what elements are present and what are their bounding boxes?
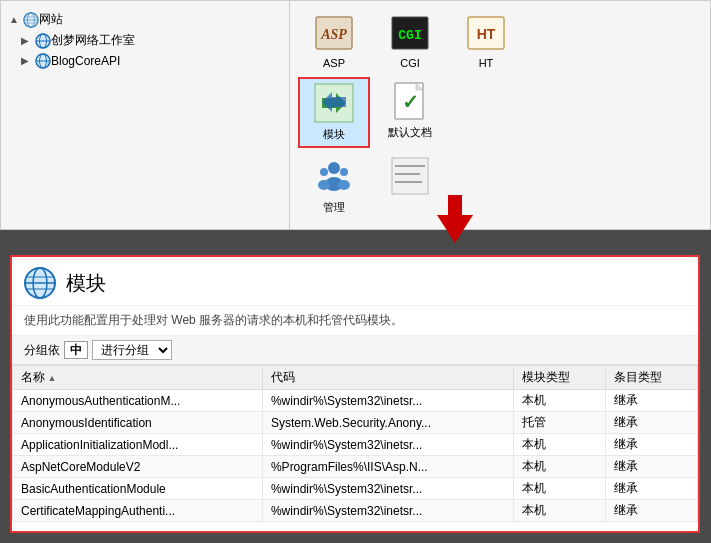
cell-entry_type: 继承 bbox=[605, 412, 697, 434]
grouping-char: 中 bbox=[70, 342, 82, 359]
cell-module_type: 本机 bbox=[513, 478, 605, 500]
module-icon-label: 模块 bbox=[323, 127, 345, 142]
icon-default-doc[interactable]: ✓ 默认文档 bbox=[374, 77, 446, 148]
arrow-head bbox=[437, 215, 473, 243]
cell-module_type: 本机 bbox=[513, 390, 605, 412]
tree-panel: ▲ 网站 ▶ bbox=[0, 0, 290, 230]
cell-module_type: 本机 bbox=[513, 434, 605, 456]
cell-name: BasicAuthenticationModule bbox=[13, 478, 263, 500]
cell-module_type: 本机 bbox=[513, 500, 605, 522]
svg-point-29 bbox=[318, 180, 330, 190]
tree-child1-expand: ▶ bbox=[21, 35, 33, 47]
svg-point-5 bbox=[24, 13, 38, 27]
tree-child-2[interactable]: ▶ BlogCoreAPI bbox=[17, 51, 285, 71]
col-module-type: 模块类型 bbox=[513, 366, 605, 390]
cell-code: %windir%\System32\inetsr... bbox=[262, 478, 513, 500]
tree-root[interactable]: ▲ 网站 bbox=[5, 9, 285, 30]
tree-child2-label: BlogCoreAPI bbox=[51, 54, 120, 68]
svg-point-30 bbox=[340, 168, 348, 176]
table-row[interactable]: AspNetCoreModuleV2%ProgramFiles%\IIS\Asp… bbox=[13, 456, 698, 478]
manage-icon-label: 管理 bbox=[323, 200, 345, 215]
cell-code: %windir%\System32\inetsr... bbox=[262, 500, 513, 522]
cell-module_type: 本机 bbox=[513, 456, 605, 478]
tree-root-icon bbox=[23, 12, 39, 28]
arrow-container bbox=[437, 195, 473, 243]
svg-point-28 bbox=[320, 168, 328, 176]
tree-child-1[interactable]: ▶ 创梦网络工作室 bbox=[17, 30, 285, 51]
cell-name: AspNetCoreModuleV2 bbox=[13, 456, 263, 478]
bottom-title: 模块 bbox=[66, 270, 106, 297]
cell-entry_type: 继承 bbox=[605, 434, 697, 456]
asp-icon-img: ASP bbox=[314, 13, 354, 53]
ht-icon-label: HT bbox=[479, 57, 494, 69]
bottom-section: 模块 使用此功能配置用于处理对 Web 服务器的请求的本机和托管代码模块。 分组… bbox=[10, 255, 700, 533]
cgi-icon-img: CGI bbox=[390, 13, 430, 53]
icon-cgi[interactable]: CGI CGI bbox=[374, 9, 446, 73]
tree-child2-expand: ▶ bbox=[21, 55, 33, 67]
grouping-char-box: 中 bbox=[64, 341, 88, 359]
cell-entry_type: 继承 bbox=[605, 478, 697, 500]
cell-module_type: 托管 bbox=[513, 412, 605, 434]
table-row[interactable]: AnonymousIdentificationSystem.Web.Securi… bbox=[13, 412, 698, 434]
icon-manage[interactable]: 管理 bbox=[298, 152, 370, 219]
col-name[interactable]: 名称 bbox=[13, 366, 263, 390]
svg-point-26 bbox=[328, 162, 340, 174]
manage-icon-img bbox=[314, 156, 354, 196]
icons-panel: ASP ASP CGI CGI bbox=[290, 0, 711, 230]
svg-text:CGI: CGI bbox=[398, 28, 421, 43]
bottom-description: 使用此功能配置用于处理对 Web 服务器的请求的本机和托管代码模块。 bbox=[12, 306, 698, 336]
cell-code: System.Web.Security.Anony... bbox=[262, 412, 513, 434]
svg-text:✓: ✓ bbox=[402, 91, 419, 113]
partial-icon-img bbox=[390, 156, 430, 196]
grouping-select[interactable]: 进行分组 bbox=[92, 340, 172, 360]
arrow-shaft bbox=[448, 195, 462, 215]
cell-entry_type: 继承 bbox=[605, 390, 697, 412]
bottom-header: 模块 bbox=[12, 257, 698, 306]
grouping-bar: 分组依 中 进行分组 bbox=[12, 336, 698, 365]
tree-child1-label: 创梦网络工作室 bbox=[51, 32, 135, 49]
cell-name: AnonymousIdentification bbox=[13, 412, 263, 434]
cell-entry_type: 继承 bbox=[605, 456, 697, 478]
tree-child2-icon bbox=[35, 53, 51, 69]
table-row[interactable]: BasicAuthenticationModule%windir%\System… bbox=[13, 478, 698, 500]
top-section: ▲ 网站 ▶ bbox=[0, 0, 711, 230]
col-entry-type: 条目类型 bbox=[605, 366, 697, 390]
cell-code: %ProgramFiles%\IIS\Asp.N... bbox=[262, 456, 513, 478]
table-row[interactable]: ApplicationInitializationModl...%windir%… bbox=[13, 434, 698, 456]
icon-module[interactable]: 模块 bbox=[298, 77, 370, 148]
cell-name: ApplicationInitializationModl... bbox=[13, 434, 263, 456]
svg-rect-32 bbox=[392, 158, 428, 194]
icons-grid: ASP ASP CGI CGI bbox=[298, 9, 702, 73]
tree-child1-icon bbox=[35, 33, 51, 49]
default-doc-icon-label: 默认文档 bbox=[388, 125, 432, 140]
icon-asp[interactable]: ASP ASP bbox=[298, 9, 370, 73]
icon-ht[interactable]: HT HT bbox=[450, 9, 522, 73]
cell-name: AnonymousAuthenticationM... bbox=[13, 390, 263, 412]
asp-icon-label: ASP bbox=[323, 57, 345, 69]
table-row[interactable]: AnonymousAuthenticationM...%windir%\Syst… bbox=[13, 390, 698, 412]
ht-icon-img: HT bbox=[466, 13, 506, 53]
svg-text:ASP: ASP bbox=[320, 27, 347, 42]
col-code: 代码 bbox=[262, 366, 513, 390]
tree-root-label: 网站 bbox=[39, 11, 63, 28]
bottom-globe-icon bbox=[24, 267, 56, 299]
modules-table-container: 名称 代码 模块类型 条目类型 AnonymousAuthenticationM… bbox=[12, 365, 698, 522]
svg-point-31 bbox=[338, 180, 350, 190]
table-row[interactable]: CertificateMappingAuthenti...%windir%\Sy… bbox=[13, 500, 698, 522]
grouping-label: 分组依 bbox=[24, 342, 60, 359]
icon-partial[interactable] bbox=[374, 152, 446, 219]
modules-table: 名称 代码 模块类型 条目类型 AnonymousAuthenticationM… bbox=[12, 365, 698, 522]
cell-code: %windir%\System32\inetsr... bbox=[262, 390, 513, 412]
cgi-icon-label: CGI bbox=[400, 57, 420, 69]
svg-text:HT: HT bbox=[477, 26, 496, 42]
cell-entry_type: 继承 bbox=[605, 500, 697, 522]
tree-children: ▶ 创梦网络工作室 ▶ bbox=[17, 30, 285, 71]
cell-name: CertificateMappingAuthenti... bbox=[13, 500, 263, 522]
default-doc-icon-img: ✓ bbox=[390, 81, 430, 121]
tree-expand-icon: ▲ bbox=[9, 14, 21, 26]
cell-code: %windir%\System32\inetsr... bbox=[262, 434, 513, 456]
module-icon-img bbox=[314, 83, 354, 123]
